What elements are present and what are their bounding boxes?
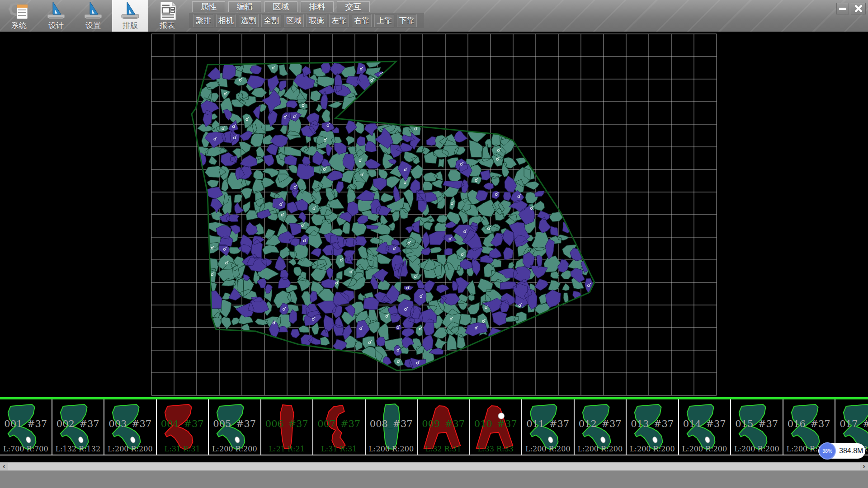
tool-button-0[interactable]: 聚排: [193, 14, 213, 27]
minimize-button[interactable]: [836, 3, 849, 14]
piece-name: 014_#37: [679, 418, 731, 429]
tab-report-document[interactable]: 报表: [149, 0, 185, 32]
tool-button-7[interactable]: 右靠: [352, 14, 372, 27]
tool-button-9[interactable]: 下靠: [397, 14, 417, 27]
piece-lr-count: L:200 R:200: [366, 445, 417, 453]
tool-button-3[interactable]: 全割: [261, 14, 281, 27]
close-icon: [855, 5, 862, 12]
piece-name: 003_#37: [104, 418, 156, 429]
piece-thumbnail-001_#37[interactable]: 001_#37L:700 R:700: [0, 399, 52, 455]
piece-name: 005_#37: [209, 418, 260, 429]
nesting-ruler-icon: [120, 1, 141, 21]
report-document-icon: [157, 1, 178, 21]
tool-button-2[interactable]: 选割: [239, 14, 259, 27]
piece-thumbnail-005_#37[interactable]: 005_#37L:200 R:200: [209, 399, 261, 455]
tab-label: 设置: [85, 21, 101, 31]
piece-lr-count: L:200 R:200: [104, 445, 156, 453]
minimize-icon: [839, 8, 846, 10]
tool-button-5[interactable]: 瑕疵: [307, 14, 326, 27]
piece-name: 007_#37: [313, 418, 365, 429]
piece-thumbnail-006_#37[interactable]: 006_#37L:21 R:21: [261, 399, 314, 455]
piece-thumbnail-012_#37[interactable]: 012_#37L:200 R:200: [575, 399, 627, 455]
piece-lr-count: L:21 R:21: [261, 445, 313, 453]
piece-lr-count: L:32 R:31: [418, 445, 469, 453]
tab-nesting-ruler[interactable]: 排版: [112, 0, 148, 32]
progress-circle: 38%: [819, 442, 836, 460]
piece-lr-count: L:33 R:33: [470, 445, 522, 453]
piece-lr-count: L:200 R:200: [627, 445, 678, 453]
tool-button-8[interactable]: 上靠: [374, 14, 394, 27]
application-window: 系统设计设置排版报表 属性编辑区域排料交互 聚排相机选割全割区域瑕疵左靠右靠上靠…: [0, 0, 868, 488]
piece-name: 008_#37: [366, 418, 417, 429]
tab-label: 排版: [123, 21, 138, 31]
piece-thumbnail-011_#37[interactable]: 011_#37L:200 R:200: [522, 399, 575, 455]
toolbar: 系统设计设置排版报表 属性编辑区域排料交互 聚排相机选割全割区域瑕疵左靠右靠上靠…: [0, 0, 868, 32]
scroll-right-button[interactable]: ›: [860, 463, 868, 471]
piece-lr-count: L:200 R:200: [522, 445, 574, 453]
menu-item-0[interactable]: 属性: [192, 1, 225, 12]
horizontal-scrollbar[interactable]: ‹ ›: [0, 462, 868, 470]
nesting-canvas[interactable]: [0, 32, 868, 397]
piece-name: 001_#37: [0, 418, 52, 429]
tab-settings-ruler[interactable]: 设置: [75, 0, 111, 32]
piece-thumbnail-009_#37[interactable]: 009_#37L:32 R:31: [418, 399, 470, 455]
tab-label: 报表: [160, 21, 175, 31]
design-ruler-icon: [46, 1, 66, 21]
tab-label: 系统: [11, 21, 27, 31]
piece-thumbnail-007_#37[interactable]: 007_#37L:31 R:31: [313, 399, 366, 455]
menu-item-4[interactable]: 交互: [337, 1, 370, 12]
piece-lr-count: L:200 R:200: [679, 445, 731, 453]
tab-system-gear[interactable]: 系统: [1, 0, 37, 32]
progress-percent: 38%: [822, 448, 832, 454]
piece-thumbnail-004_#37[interactable]: 004_#37L:31 R:31: [157, 399, 209, 455]
piece-thumbnail-010_#37[interactable]: 010_#37L:33 R:33: [470, 399, 523, 455]
piece-lr-count: L:200 R:200: [209, 445, 260, 453]
piece-lr-count: L:700 R:700: [0, 445, 52, 453]
memory-value: 384.8M: [839, 447, 863, 455]
piece-thumbnail-013_#37[interactable]: 013_#37L:200 R:200: [627, 399, 679, 455]
piece-lr-count: L:31 R:31: [157, 445, 208, 453]
tab-design-ruler[interactable]: 设计: [38, 0, 74, 32]
piece-name: 011_#37: [522, 418, 574, 429]
piece-lr-count: L:31 R:31: [313, 445, 365, 453]
status-badge: 38% 384.8M: [818, 443, 865, 459]
piece-thumbnail-002_#37[interactable]: 002_#37L:132 R:132: [52, 399, 105, 455]
piece-lr-count: L:200 R:200: [575, 445, 626, 453]
tool-button-6[interactable]: 左靠: [329, 14, 349, 27]
piece-thumbnail-003_#37[interactable]: 003_#37L:200 R:200: [104, 399, 157, 455]
piece-name: 015_#37: [731, 418, 783, 429]
piece-thumbnail-008_#37[interactable]: 008_#37L:200 R:200: [366, 399, 418, 455]
piece-name: 002_#37: [52, 418, 104, 429]
menu-item-1[interactable]: 编辑: [228, 1, 261, 12]
piece-name: 010_#37: [470, 418, 522, 429]
piece-name: 016_#37: [783, 418, 835, 429]
tool-button-1[interactable]: 相机: [216, 14, 236, 27]
piece-thumbnail-015_#37[interactable]: 015_#37L:200 R:200: [731, 399, 783, 455]
tab-label: 设计: [48, 21, 64, 31]
scroll-left-button[interactable]: ‹: [0, 463, 8, 471]
piece-name: 009_#37: [418, 418, 469, 429]
bottom-bar: [0, 470, 868, 488]
system-gear-icon: [9, 1, 29, 21]
nested-pieces: [192, 58, 593, 369]
piece-name: 012_#37: [575, 418, 626, 429]
close-button[interactable]: [851, 3, 866, 14]
piece-lr-count: L:132 R:132: [52, 445, 104, 453]
piece-name: 017_#37: [835, 418, 868, 429]
menu-item-3[interactable]: 排料: [301, 1, 334, 12]
piece-name: 006_#37: [261, 418, 313, 429]
piece-thumbnail-014_#37[interactable]: 014_#37L:200 R:200: [679, 399, 731, 455]
piece-lr-count: L:200 R:200: [731, 445, 783, 453]
tool-button-4[interactable]: 区域: [284, 14, 304, 27]
settings-ruler-icon: [83, 1, 104, 21]
piece-thumbnail-strip: 001_#37L:700 R:700002_#37L:132 R:132003_…: [0, 399, 868, 455]
piece-name: 013_#37: [627, 418, 678, 429]
menu-item-2[interactable]: 区域: [264, 1, 297, 12]
piece-name: 004_#37: [157, 418, 208, 429]
